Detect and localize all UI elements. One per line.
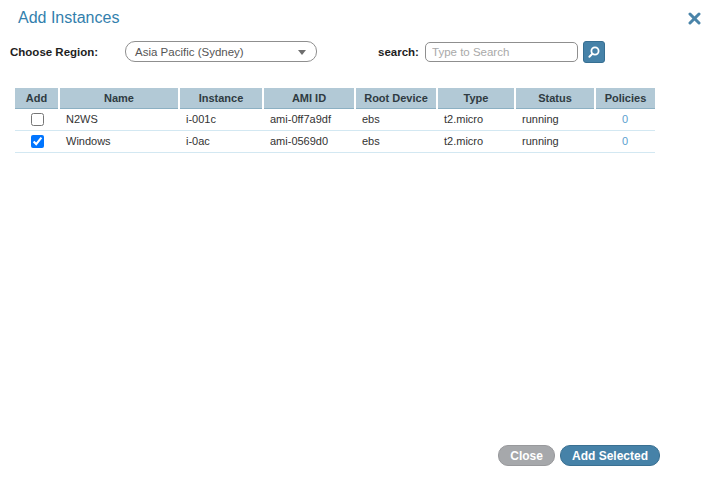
add-instances-dialog: Add Instances Choose Region: Asia Pacifi… [0, 0, 711, 482]
column-header-name: Name [59, 88, 179, 108]
table-row: Windowsi-0acami-0569d0ebst2.microrunning… [15, 130, 655, 152]
magnifier-icon [587, 45, 601, 59]
cell-name: Windows [59, 130, 179, 152]
chevron-down-icon [298, 50, 306, 55]
cell-status: running [515, 130, 595, 152]
cell-policies: 0 [595, 108, 655, 130]
x-icon [688, 12, 701, 25]
cell-root_device: ebs [355, 130, 437, 152]
policies-link[interactable]: 0 [622, 113, 628, 125]
region-select-value: Asia Pacific (Sydney) [135, 46, 244, 58]
column-header-status: Status [515, 88, 595, 108]
cell-root_device: ebs [355, 108, 437, 130]
policies-link[interactable]: 0 [622, 135, 628, 147]
cell-ami_id: ami-0ff7a9df [263, 108, 355, 130]
cell-ami_id: ami-0569d0 [263, 130, 355, 152]
instances-table: AddNameInstanceAMI IDRoot DeviceTypeStat… [15, 88, 655, 153]
footer-buttons: Close Add Selected [498, 445, 660, 466]
search-button[interactable] [583, 41, 605, 63]
column-header-root-device: Root Device [355, 88, 437, 108]
region-label: Choose Region: [10, 46, 98, 58]
cell-status: running [515, 108, 595, 130]
row-checkbox[interactable] [31, 113, 44, 126]
search-label: search: [378, 46, 419, 58]
close-button[interactable]: Close [498, 445, 555, 466]
cell-add [15, 130, 59, 152]
add-selected-button[interactable]: Add Selected [560, 445, 660, 466]
cell-instance: i-0ac [179, 130, 263, 152]
close-icon[interactable] [686, 10, 702, 26]
cell-type: t2.micro [437, 130, 515, 152]
cell-name: N2WS [59, 108, 179, 130]
column-header-instance: Instance [179, 88, 263, 108]
row-checkbox[interactable] [31, 135, 44, 148]
search-input[interactable] [425, 42, 578, 62]
table-row: N2WSi-001cami-0ff7a9dfebst2.microrunning… [15, 108, 655, 130]
column-header-add: Add [15, 88, 59, 108]
region-select[interactable]: Asia Pacific (Sydney) [125, 41, 317, 62]
page-title: Add Instances [18, 9, 119, 27]
cell-add [15, 108, 59, 130]
cell-policies: 0 [595, 130, 655, 152]
column-header-policies: Policies [595, 88, 655, 108]
cell-type: t2.micro [437, 108, 515, 130]
column-header-type: Type [437, 88, 515, 108]
column-header-ami-id: AMI ID [263, 88, 355, 108]
cell-instance: i-001c [179, 108, 263, 130]
table-header: AddNameInstanceAMI IDRoot DeviceTypeStat… [15, 88, 655, 108]
